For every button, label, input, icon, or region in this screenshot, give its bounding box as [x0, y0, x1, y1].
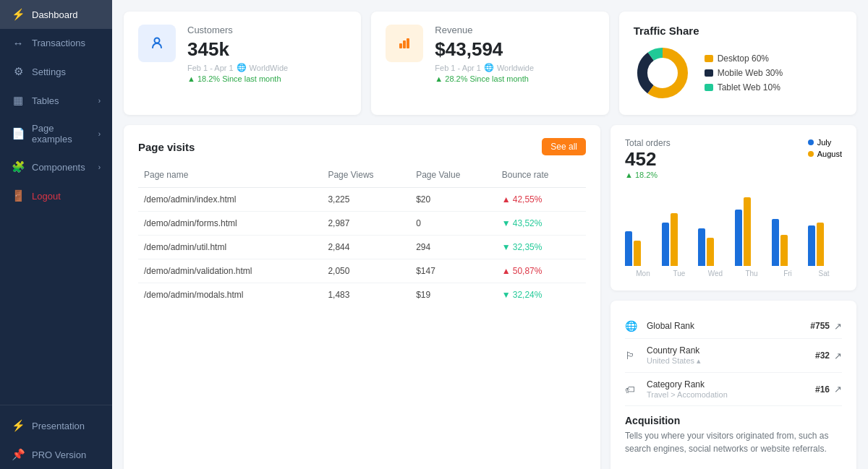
cell-page-views: 3,225: [322, 188, 410, 212]
table-row: /demo/admin/index.html 3,225 $20 ▲42,55%: [138, 188, 586, 212]
bar-july: [808, 225, 815, 266]
logout-icon: 🚪: [12, 189, 25, 202]
sidebar-item-presentation[interactable]: ⚡ Presentation: [0, 411, 112, 440]
orders-legend-august: August: [808, 150, 842, 158]
orders-legend: July August: [808, 138, 842, 158]
traffic-share-card: Traffic Share Desktop 60%: [619, 12, 856, 115]
country-rank-trend-icon: ↗: [834, 350, 842, 361]
revenue-change: 28.2% Since last month: [435, 74, 594, 83]
bar-group: [698, 228, 732, 266]
traffic-legend-tablet: Tablet Web 10%: [705, 82, 783, 92]
category-rank-value: #16: [815, 384, 830, 395]
cell-bounce-rate: ▼32,24%: [496, 283, 586, 307]
acquisition-section: Acquisition Tells you where your visitor…: [625, 406, 842, 462]
country-rank: 🏳 Country Rank United States ▴ #32 ↗: [625, 339, 842, 373]
bar-july: [698, 228, 705, 266]
sidebar-item-transactions[interactable]: ↔ Transactions: [0, 29, 112, 57]
bar-group: [662, 213, 696, 266]
global-rank-value: #755: [810, 321, 830, 331]
customers-content: Customers 345k Feb 1 - Apr 1 🌐 WorldWide…: [187, 25, 346, 83]
cell-page-value: 294: [410, 236, 496, 259]
traffic-legend-desktop: Desktop 60%: [705, 53, 783, 64]
bar-august: [671, 213, 678, 266]
sidebar-item-tables[interactable]: ▦ Tables ›: [0, 86, 112, 115]
svg-rect-3: [399, 43, 402, 48]
category-rank-icon: 🏷: [625, 384, 639, 395]
category-rank-trend-icon: ↗: [834, 384, 842, 395]
sidebar-item-dashboard[interactable]: ⚡ Dashboard: [0, 0, 112, 29]
table-row: /demo/admin/validation.html 2,050 $147 ▲…: [138, 259, 586, 283]
page-visits-title: Page visits: [138, 141, 195, 153]
bar-label: Tue: [661, 270, 697, 277]
tables-arrow: ›: [98, 97, 101, 105]
cell-page-name: /demo/admin/modals.html: [138, 283, 322, 307]
customers-change: 18.2% Since last month: [187, 74, 346, 83]
traffic-donut: [634, 44, 692, 102]
bar-august: [634, 241, 641, 266]
bar-group: [625, 231, 659, 266]
bar-august: [817, 223, 824, 266]
sidebar-item-page-examples[interactable]: 📄 Page examples ›: [0, 115, 112, 152]
acquisition-desc: Tells you where your visitors originated…: [625, 429, 842, 455]
bar-july: [772, 219, 779, 266]
revenue-label: Revenue: [435, 25, 594, 35]
cell-page-views: 2,050: [322, 259, 410, 283]
cell-page-name: /demo/admin/index.html: [138, 188, 322, 212]
total-orders-card: Total orders 452 ▲ 18.2% July August: [610, 125, 856, 291]
customers-label: Customers: [187, 25, 346, 35]
svg-rect-4: [403, 40, 406, 48]
top-cards-row: Customers 345k Feb 1 - Apr 1 🌐 WorldWide…: [124, 12, 856, 115]
settings-icon: ⚙: [12, 65, 25, 78]
sidebar-item-settings[interactable]: ⚙ Settings: [0, 57, 112, 86]
cell-page-value: $147: [410, 259, 496, 283]
acquisition-title: Acquisition: [625, 415, 680, 426]
pro-version-icon: 📌: [12, 448, 25, 461]
revenue-content: Revenue $43,594 Feb 1 - Apr 1 🌐 Worldwid…: [435, 25, 594, 83]
desktop-dot: [705, 55, 713, 62]
presentation-icon: ⚡: [12, 419, 25, 432]
sidebar: ⚡ Dashboard ↔ Transactions ⚙ Settings ▦ …: [0, 0, 112, 469]
col-page-views: Page Views: [322, 165, 410, 188]
cell-page-value: $19: [410, 283, 496, 307]
category-rank: 🏷 Category Rank Travel > Accomodation #1…: [625, 373, 842, 406]
global-rank-trend-icon: ↗: [834, 321, 842, 332]
orders-value: 452: [625, 148, 671, 171]
page-examples-icon: 📄: [12, 127, 25, 140]
middle-row: Page visits See all Page name Page Views…: [124, 125, 856, 469]
cell-page-name: /demo/admin/util.html: [138, 236, 322, 259]
cell-page-views: 2,844: [322, 236, 410, 259]
bar-label: Wed: [697, 270, 733, 277]
global-rank-info: Global Rank: [647, 321, 810, 331]
orders-legend-july: July: [808, 138, 842, 147]
visits-table: Page name Page Views Page Value Bounce r…: [138, 165, 586, 306]
country-rank-icon: 🏳: [625, 350, 639, 361]
global-rank-icon: 🌐: [625, 320, 639, 332]
bar-august: [744, 197, 751, 266]
tablet-dot: [705, 84, 713, 91]
traffic-title: Traffic Share: [634, 25, 842, 37]
col-bounce-rate: Bounce rate: [496, 165, 586, 188]
dashboard-icon: ⚡: [12, 8, 25, 21]
col-page-value: Page Value: [410, 165, 496, 188]
bar-label: Mon: [625, 270, 661, 277]
right-panel: Total orders 452 ▲ 18.2% July August: [610, 125, 856, 469]
category-rank-info: Category Rank Travel > Accomodation: [647, 379, 815, 399]
orders-chart: MonTueWedThuFriSat: [625, 186, 842, 277]
sidebar-item-logout[interactable]: 🚪 Logout: [0, 181, 112, 210]
sidebar-item-pro-version[interactable]: 📌 PRO Version: [0, 440, 112, 469]
bar-july: [735, 210, 742, 266]
cell-bounce-rate: ▼32,35%: [496, 236, 586, 259]
page-visits-see-all-button[interactable]: See all: [542, 138, 586, 155]
revenue-value: $43,594: [435, 38, 594, 61]
bar-chart-bars: [625, 186, 842, 266]
revenue-card: Revenue $43,594 Feb 1 - Apr 1 🌐 Worldwid…: [371, 12, 608, 115]
sidebar-item-components[interactable]: 🧩 Components ›: [0, 152, 112, 181]
customers-value: 345k: [187, 38, 346, 61]
country-rank-info: Country Rank United States ▴: [647, 345, 815, 366]
customers-date: Feb 1 - Apr 1 🌐 WorldWide: [187, 63, 346, 72]
table-row: /demo/admin/modals.html 1,483 $19 ▼32,24…: [138, 283, 586, 307]
bar-july: [662, 223, 669, 266]
table-row: /demo/admin/util.html 2,844 294 ▼32,35%: [138, 236, 586, 259]
col-page-name: Page name: [138, 165, 322, 188]
orders-left: Total orders 452 ▲ 18.2%: [625, 138, 671, 179]
